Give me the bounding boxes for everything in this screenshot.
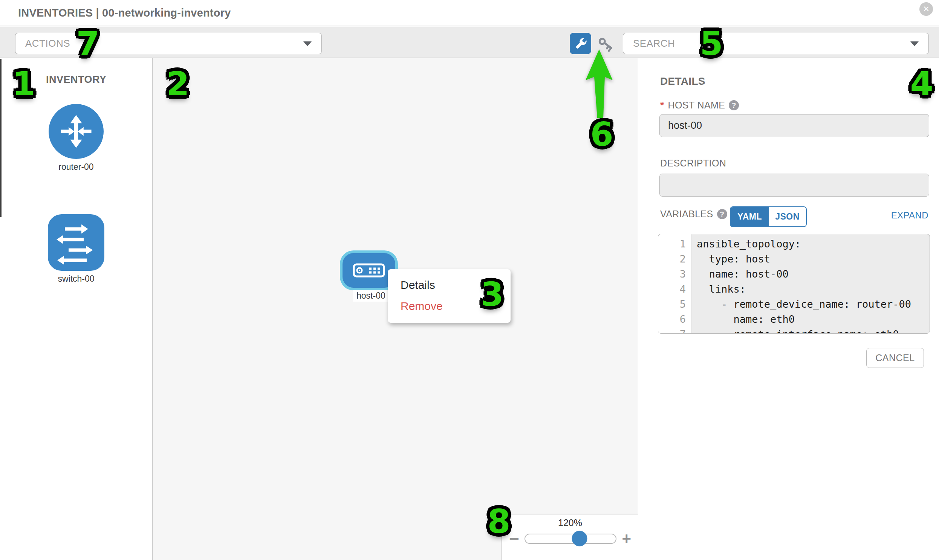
help-icon[interactable]: ? [717, 209, 727, 219]
router-icon [49, 104, 103, 159]
sidebar-item-router[interactable]: router-00 [49, 104, 103, 172]
toggle-yaml[interactable]: YAML [731, 207, 769, 226]
host-name-label-row: * HOST NAME ? [660, 99, 739, 111]
context-menu-item-details[interactable]: Details [388, 275, 510, 295]
actions-dropdown-label: ACTIONS [25, 38, 70, 49]
app-window: INVENTORIES | 00-networking-inventory ✕ … [0, 0, 939, 560]
toolbar: ACTIONS SEARCH [0, 27, 939, 58]
header: INVENTORIES | 00-networking-inventory ✕ [0, 0, 939, 26]
zoom-slider-thumb[interactable] [572, 531, 587, 546]
sidebar-item-switch[interactable]: switch-00 [49, 214, 103, 284]
description-label-row: DESCRIPTION [660, 158, 726, 169]
required-asterisk: * [660, 99, 664, 111]
close-button[interactable]: ✕ [919, 2, 933, 16]
search-dropdown-label: SEARCH [633, 38, 675, 49]
device-label: router-00 [49, 162, 103, 172]
code-line: - remote_device_name: router-00 [697, 297, 930, 312]
zoom-out-button[interactable]: − [509, 530, 519, 547]
line-number: 1 [658, 237, 686, 252]
line-number: 7 [658, 327, 686, 334]
details-panel: DETAILS * HOST NAME ? DESCRIPTION VARIAB… [638, 58, 939, 560]
wrench-icon [574, 37, 587, 51]
key-icon [597, 35, 615, 53]
zoom-level-label: 120% [502, 517, 638, 528]
host-name-field[interactable] [659, 114, 929, 137]
host-node-label: host-00 [353, 290, 389, 302]
sidebar-edge-strip [0, 59, 2, 217]
page-title: INVENTORIES | 00-networking-inventory [18, 7, 231, 19]
editor-code-area[interactable]: ansible_topology: type: host name: host-… [691, 234, 930, 333]
context-menu: Details Remove [388, 269, 510, 323]
panel-title: DETAILS [660, 75, 705, 88]
variables-editor: 1 2 3 4 5 6 7 ansible_topology: type: ho… [658, 234, 930, 334]
chevron-down-icon [910, 42, 919, 46]
description-field[interactable] [659, 174, 929, 197]
topology-canvas[interactable]: host-00 Details Remove 120% − + [153, 58, 638, 560]
host-name-label: HOST NAME [668, 100, 725, 111]
code-line: name: host-00 [697, 267, 930, 282]
actions-dropdown[interactable]: ACTIONS [15, 33, 322, 54]
key-button[interactable] [597, 35, 615, 53]
code-line: links: [697, 282, 930, 297]
zoom-in-button[interactable]: + [622, 531, 631, 546]
close-icon: ✕ [923, 5, 930, 14]
code-line: name: eth0 [697, 312, 930, 327]
line-number: 3 [658, 267, 686, 282]
expand-link[interactable]: EXPAND [891, 210, 928, 221]
zoom-control: 120% − + [501, 514, 638, 560]
variables-label: VARIABLES [660, 209, 713, 220]
main-area: INVENTORY router-00 [0, 58, 939, 560]
editor-gutter: 1 2 3 4 5 6 7 [658, 234, 691, 333]
code-line: type: host [697, 252, 930, 267]
switch-icon [48, 214, 104, 271]
zoom-slider-track[interactable] [524, 534, 617, 544]
tools-button[interactable] [570, 33, 591, 54]
cancel-button[interactable]: CANCEL [866, 348, 924, 368]
line-number: 4 [658, 282, 686, 297]
chevron-down-icon [303, 42, 311, 46]
device-label: switch-00 [49, 274, 103, 284]
line-number: 6 [658, 312, 686, 327]
format-toggle: YAML JSON [730, 206, 807, 227]
host-icon [353, 263, 385, 278]
code-line: ansible_topology: [697, 237, 930, 252]
code-line: remote_interface_name: eth0 [697, 327, 930, 334]
sidebar-title: INVENTORY [46, 74, 106, 86]
host-node-body [342, 253, 395, 288]
variables-label-row: VARIABLES ? [660, 209, 727, 220]
line-number: 2 [658, 252, 686, 267]
line-number: 5 [658, 297, 686, 312]
context-menu-item-remove[interactable]: Remove [388, 295, 510, 317]
inventory-sidebar: INVENTORY router-00 [0, 58, 153, 560]
help-icon[interactable]: ? [729, 100, 739, 110]
search-dropdown[interactable]: SEARCH [623, 33, 929, 54]
toggle-json[interactable]: JSON [769, 207, 806, 226]
description-label: DESCRIPTION [660, 158, 726, 169]
